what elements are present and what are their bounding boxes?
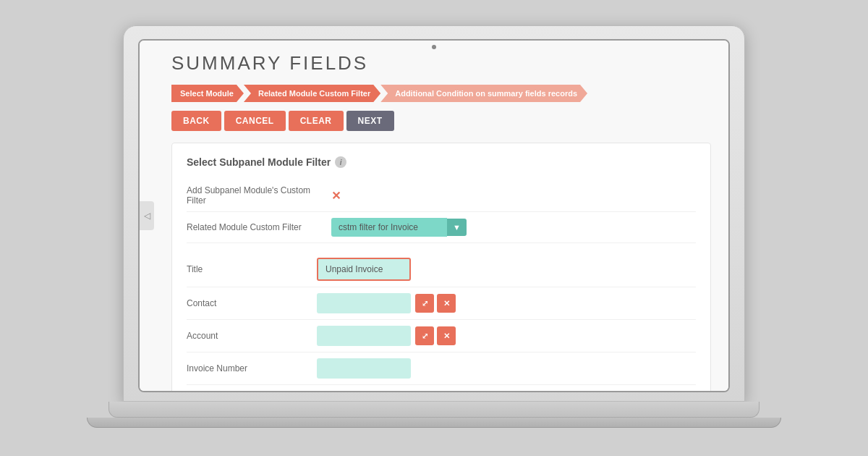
row-label-account: Account xyxy=(187,331,317,341)
add-filter-value: ✕ xyxy=(331,189,341,203)
filter-select[interactable]: cstm filter for Invoice xyxy=(331,218,447,237)
step-1: Select Module xyxy=(171,85,244,102)
toolbar: BACK CANCEL CLEAR NEXT xyxy=(171,111,711,131)
filter-panel: Select Subpanel Module Filter i Add Subp… xyxy=(171,143,711,391)
row-label-invoice: Invoice Number xyxy=(187,363,317,373)
back-button[interactable]: BACK xyxy=(171,111,221,131)
row-label-contact: Contact xyxy=(187,298,317,308)
account-actions: ⤢ ✕ xyxy=(415,326,456,345)
row-label-title: Title xyxy=(187,264,317,274)
table-row: Invoice Number xyxy=(187,352,696,385)
invoice-input[interactable] xyxy=(317,358,411,379)
account-input[interactable] xyxy=(317,326,411,346)
account-link-button[interactable]: ⤢ xyxy=(415,326,434,345)
account-remove-button[interactable]: ✕ xyxy=(437,326,456,345)
page-title: SUMMARY FIELDS xyxy=(171,52,711,75)
filter-table: Title Contact ⤢ ✕ xyxy=(187,252,696,385)
contact-remove-button[interactable]: ✕ xyxy=(437,294,456,313)
breadcrumb: Select Module Related Module Custom Filt… xyxy=(171,85,711,102)
related-filter-label: Related Module Custom Filter xyxy=(187,222,331,232)
sidebar-toggle[interactable]: ◁ xyxy=(140,201,154,230)
step-2: Related Module Custom Filter xyxy=(244,85,380,102)
related-filter-row: Related Module Custom Filter cstm filter… xyxy=(187,212,696,243)
info-icon: i xyxy=(335,156,346,168)
sidebar-toggle-icon: ◁ xyxy=(144,211,150,221)
filter-select-container: cstm filter for Invoice ▼ xyxy=(331,218,467,237)
contact-link-button[interactable]: ⤢ xyxy=(415,294,434,313)
remove-filter-icon[interactable]: ✕ xyxy=(331,189,341,203)
contact-input[interactable] xyxy=(317,293,411,313)
table-row: Title xyxy=(187,252,696,287)
title-input[interactable] xyxy=(317,258,411,281)
laptop-foot xyxy=(87,418,781,428)
table-row: Account ⤢ ✕ xyxy=(187,320,696,352)
laptop-base xyxy=(109,402,760,418)
related-filter-value: cstm filter for Invoice ▼ xyxy=(331,218,467,237)
add-filter-row: Add Subpanel Module's Custom Filter ✕ xyxy=(187,180,696,212)
step-3: Additional Condition on summary fields r… xyxy=(380,85,587,102)
panel-title: Select Subpanel Module Filter i xyxy=(187,156,696,168)
select-arrow-icon[interactable]: ▼ xyxy=(447,219,467,236)
add-filter-label: Add Subpanel Module's Custom Filter xyxy=(187,185,331,206)
contact-actions: ⤢ ✕ xyxy=(415,294,456,313)
next-button[interactable]: NEXT xyxy=(346,111,394,131)
cancel-button[interactable]: CANCEL xyxy=(224,111,286,131)
clear-button[interactable]: CLEAR xyxy=(289,111,344,131)
table-row: Contact ⤢ ✕ xyxy=(187,287,696,320)
